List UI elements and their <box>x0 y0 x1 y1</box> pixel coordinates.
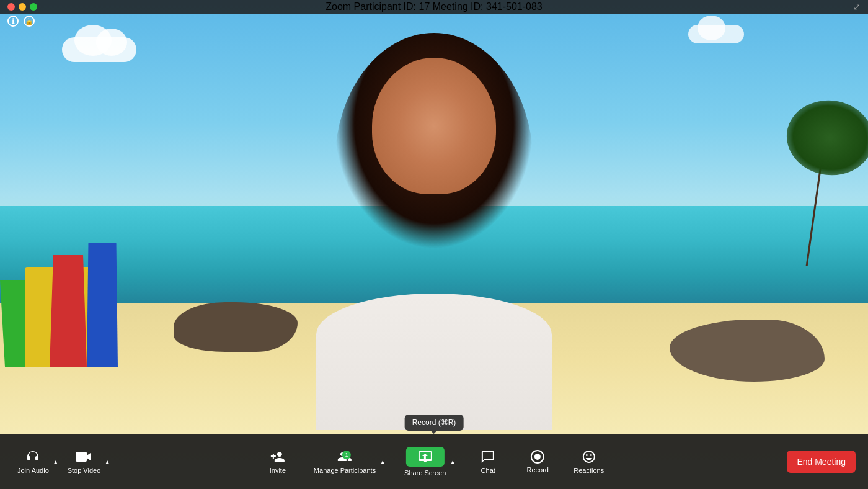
title-bar: Zoom Participant ID: 17 Meeting ID: 341-… <box>0 0 868 14</box>
stop-video-group[interactable]: Stop Video ▲ <box>63 446 112 478</box>
join-audio-group[interactable]: Join Audio ▲ <box>12 446 60 478</box>
person-face <box>372 58 496 194</box>
join-audio-button[interactable]: Join Audio <box>12 446 54 478</box>
fullscreen-button[interactable]: ⤢ <box>853 2 863 12</box>
chair-blue <box>87 243 118 367</box>
stop-video-button[interactable]: Stop Video <box>63 446 106 478</box>
close-button[interactable] <box>7 3 15 11</box>
person-video <box>260 33 608 430</box>
invite-label: Invite <box>270 467 286 474</box>
manage-participants-group[interactable]: 1 Manage Participants ▲ <box>309 446 387 478</box>
participants-icon: 1 <box>337 449 352 464</box>
reactions-icon <box>582 449 596 464</box>
chair-red <box>50 255 87 367</box>
join-audio-caret[interactable]: ▲ <box>51 456 60 468</box>
toolbar-right[interactable]: End Meeting <box>769 451 856 473</box>
invite-icon <box>270 449 285 464</box>
join-audio-label: Join Audio <box>17 467 49 474</box>
headphone-icon <box>25 449 40 464</box>
toolbar-left: Join Audio ▲ Stop Video ▲ <box>12 446 124 478</box>
fullscreen-area[interactable]: ⤢ <box>853 2 863 12</box>
record-button[interactable]: Record <box>519 446 556 477</box>
reactions-label: Reactions <box>574 467 604 474</box>
manage-participants-label: Manage Participants <box>314 467 376 474</box>
maximize-button[interactable] <box>30 3 37 11</box>
invite-button[interactable]: Invite <box>259 446 296 478</box>
info-bar: ℹ 🔒 <box>0 14 868 29</box>
share-screen-group[interactable]: Share Screen ▲ <box>399 443 457 480</box>
record-icon <box>531 450 544 464</box>
stop-video-caret[interactable]: ▲ <box>103 456 112 468</box>
record-tooltip: Record (⌘R) <box>405 415 464 431</box>
record-label: Record <box>526 466 548 473</box>
chat-button[interactable]: Chat <box>469 446 507 478</box>
participants-caret[interactable]: ▲ <box>378 456 387 468</box>
toolbar: Join Audio ▲ Stop Video ▲ <box>0 434 868 489</box>
video-icon <box>76 449 92 464</box>
share-screen-icon <box>406 447 445 467</box>
chair-group <box>0 193 155 367</box>
cloud-1 <box>62 37 136 62</box>
minimize-button[interactable] <box>19 3 26 11</box>
share-screen-label: Share Screen <box>404 469 446 477</box>
toolbar-center: Invite 1 Manage Participants ▲ <box>259 443 609 480</box>
person-shirt <box>316 294 552 430</box>
reactions-button[interactable]: Reactions <box>569 446 609 478</box>
lock-icon[interactable]: 🔒 <box>24 16 35 27</box>
stop-video-label: Stop Video <box>68 467 101 474</box>
chat-icon <box>480 449 495 464</box>
chat-label: Chat <box>481 467 495 474</box>
traffic-lights[interactable] <box>7 3 37 11</box>
manage-participants-button[interactable]: 1 Manage Participants <box>309 446 381 478</box>
meeting-info-icons[interactable]: ℹ 🔒 <box>7 16 35 27</box>
share-screen-caret[interactable]: ▲ <box>448 456 457 468</box>
info-icon[interactable]: ℹ <box>7 16 19 27</box>
window-title: Zoom Participant ID: 17 Meeting ID: 341-… <box>326 1 542 12</box>
share-screen-button[interactable]: Share Screen <box>399 443 451 480</box>
end-meeting-button[interactable]: End Meeting <box>787 451 856 473</box>
